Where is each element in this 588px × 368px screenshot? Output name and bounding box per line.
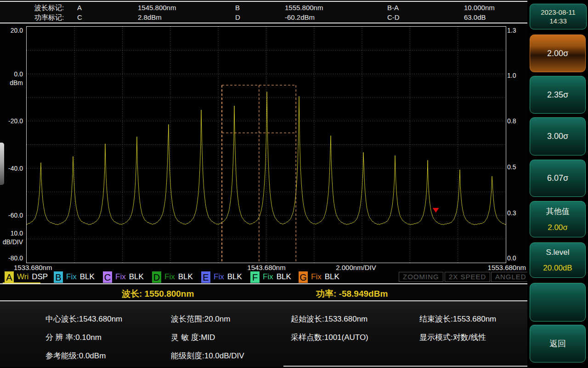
trace-g-button[interactable]: G Fix BLK — [299, 271, 339, 283]
trace-a-mode: Wri — [17, 272, 28, 282]
marker-d-value: -60.2dBm — [285, 13, 315, 21]
zooming-indicator: ZOOMING — [399, 272, 443, 282]
trace-c-badge: C — [103, 271, 112, 283]
trace-c-button[interactable]: C Fix BLK — [103, 271, 144, 283]
angled-indicator: ANGLED — [491, 272, 531, 282]
header-bottom-line — [0, 23, 527, 23]
param-start-wavelength: 起始波长:1533.680nm — [291, 314, 368, 324]
softkey-3-00-sigma[interactable]: 3.00σ — [530, 117, 586, 155]
softkey-back[interactable]: 返回 — [530, 325, 586, 362]
param-display-mode: 显示模式:对数/线性 — [419, 332, 486, 343]
trace-f-badge: F — [250, 271, 260, 283]
yaxis-unit-label: dBm — [0, 79, 23, 87]
trace-a-button[interactable]: A Wri DSP — [5, 271, 48, 283]
spectrum-plot-canvas — [27, 27, 506, 263]
marker-cd-value: 63.0dB — [464, 13, 486, 21]
cursor-wavelength-value: 1550.800nm — [145, 289, 194, 299]
measurement-params-panel: 中心波长:1543.680nm 分 辨 率:0.10nm 参考能级:0.0dBm… — [0, 301, 527, 367]
trace-f-mode: Fix — [263, 272, 273, 282]
cursor-power-value: -58.949dBm — [339, 289, 388, 299]
param-sample-points: 采样点数:1001(AUTO) — [291, 332, 368, 343]
trace-e-button[interactable]: E Fix BLK — [201, 271, 242, 283]
yaxis-right-tick: 0.0 — [507, 254, 528, 262]
param-ref-level: 参考能级:0.0dBm — [45, 351, 106, 361]
yscale-value: 10.0 — [0, 229, 23, 238]
trace-e-mode: Fix — [214, 272, 224, 282]
speed-indicator: 2X SPEED — [445, 272, 490, 282]
trace-d-mode: Fix — [164, 272, 175, 282]
xaxis-center-label: 1543.680nm — [230, 264, 303, 271]
marker-ba-key: B-A — [387, 4, 399, 12]
marker-d-key: D — [235, 13, 240, 21]
softkey-2-00-sigma[interactable]: 2.00σ — [530, 34, 586, 72]
trace-status-row: A Wri DSP B Fix BLK C Fix BLK D Fix BLK … — [0, 271, 527, 285]
trace-d-badge: D — [152, 271, 161, 283]
trace-e-badge: E — [201, 271, 210, 283]
softkey-sidebar: 2023-08-11 14:33 2.00σ 2.35σ 3.00σ 6.07σ… — [527, 0, 588, 368]
cursor-status-bar: 波长: 1550.800nm 功率: -58.949dBm — [0, 285, 527, 300]
date-text: 2023-08-11 — [541, 8, 576, 17]
yaxis-left-tick: -60.0 — [0, 212, 23, 219]
yaxis-right-tick: 1.0 — [507, 72, 528, 79]
softkey-label: 2.35σ — [547, 90, 568, 100]
marker-cd-key: C-D — [387, 13, 400, 21]
spectrum-chart-area: 20.0 0.0 dBm -20.0 -40.0 -60.0 10.0 dB/D… — [0, 24, 527, 272]
trace-d-button[interactable]: D Fix BLK — [152, 271, 193, 283]
yaxis-right-tick: 1.3 — [507, 27, 528, 34]
softkey-label: 2.00σ — [547, 49, 568, 58]
cursor-wavelength-label: 波长: — [122, 289, 142, 299]
yscale-unit: dB/DIV — [0, 238, 23, 247]
marker-ba-value: 10.000nm — [464, 4, 495, 12]
section-divider-line — [0, 283, 527, 284]
yaxis-right-tick: 0.5 — [507, 163, 528, 171]
marker-b-key: B — [235, 4, 240, 12]
marker-a-value: 1545.800nm — [138, 4, 176, 12]
header-top-line — [0, 1, 527, 2]
trace-a-badge: A — [5, 271, 14, 283]
softkey-other-value[interactable]: 其他值 2.00σ — [530, 201, 586, 237]
marker-readout-bar: 波长标记: A 1545.800nm B 1555.800nm B-A 10.0… — [0, 0, 527, 24]
xaxis-per-div-label: 2.000nm/DIV — [322, 264, 390, 271]
softkey-value: 2.00σ — [548, 223, 568, 232]
xaxis-stop-label: 1553.680nm — [459, 264, 526, 271]
trace-g-type: BLK — [325, 272, 339, 282]
trace-b-badge: B — [54, 271, 63, 283]
marker-c-key: C — [77, 13, 82, 21]
spectrum-plot — [26, 26, 506, 263]
measure-box — [222, 85, 296, 263]
trace-g-mode: Fix — [311, 272, 322, 282]
trace-c-type: BLK — [129, 272, 144, 282]
softkey-label: 返回 — [549, 338, 566, 349]
softkey-title: 其他值 — [546, 206, 570, 217]
trace-g-badge: G — [299, 271, 308, 283]
yaxis-left-tick: 20.0 — [0, 27, 23, 34]
trace-b-button[interactable]: B Fix BLK — [54, 271, 95, 283]
trace-c-mode: Fix — [115, 272, 126, 282]
softkey-2-35-sigma[interactable]: 2.35σ — [530, 76, 586, 114]
softkey-s-level[interactable]: S.level 20.00dB — [530, 242, 586, 278]
trace-e-type: BLK — [227, 272, 242, 282]
param-level-scale: 能级刻度:10.0dB/DIV — [171, 351, 244, 361]
param-stop-wavelength: 结束波长:1553.680nm — [419, 314, 496, 324]
trace-a-type: DSP — [32, 272, 48, 282]
yaxis-left-tick: -20.0 — [0, 117, 23, 125]
trace-f-button[interactable]: F Fix BLK — [250, 271, 291, 283]
trace-d-type: BLK — [178, 272, 193, 282]
softkey-6-07-sigma[interactable]: 6.07σ — [530, 160, 586, 197]
trace-b-type: BLK — [80, 272, 95, 282]
xaxis-start-label: 1533.680nm — [14, 264, 52, 271]
yaxis-left-tick: 0.0 — [0, 70, 23, 78]
wavelength-mark-label: 波长标记: — [34, 4, 64, 12]
marker-triangle — [433, 208, 439, 213]
power-mark-label: 功率标记: — [34, 13, 64, 22]
cursor-power-label: 功率: — [316, 289, 336, 299]
param-sensitivity: 灵 敏 度:MID — [171, 332, 215, 343]
side-drawer-handle[interactable] — [0, 143, 4, 185]
softkey-blank[interactable] — [530, 283, 586, 322]
marker-a-key: A — [77, 4, 82, 12]
marker-b-value: 1555.800nm — [285, 4, 323, 12]
param-span: 波长范围:20.0nm — [171, 314, 230, 324]
softkey-value: 20.00dB — [543, 264, 572, 273]
datetime-display[interactable]: 2023-08-11 14:33 — [530, 4, 587, 29]
param-center-wavelength: 中心波长:1543.680nm — [45, 314, 122, 324]
